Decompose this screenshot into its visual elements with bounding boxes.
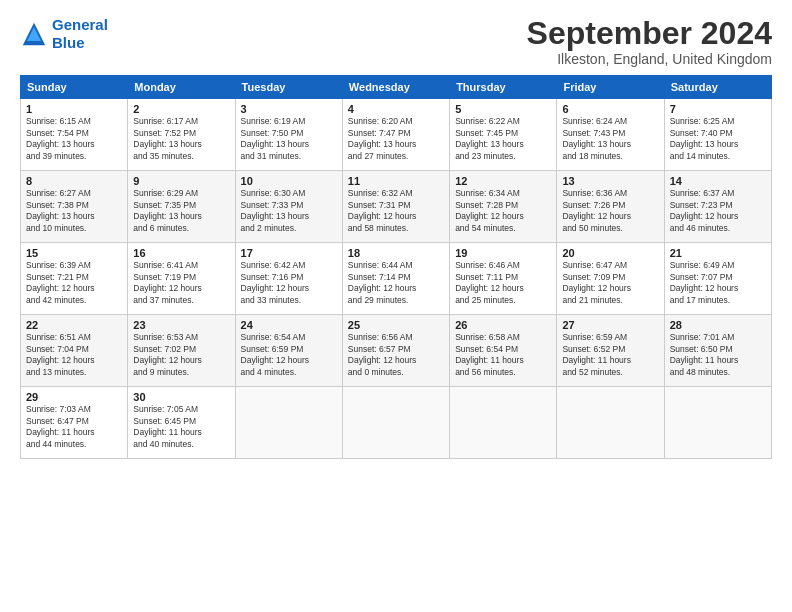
day-info: Sunrise: 6:53 AM Sunset: 7:02 PM Dayligh… bbox=[133, 332, 229, 378]
col-tuesday: Tuesday bbox=[235, 76, 342, 99]
header: General Blue September 2024 Ilkeston, En… bbox=[20, 16, 772, 67]
week-row-5: 29Sunrise: 7:03 AM Sunset: 6:47 PM Dayli… bbox=[21, 387, 772, 459]
table-row: 2Sunrise: 6:17 AM Sunset: 7:52 PM Daylig… bbox=[128, 99, 235, 171]
day-info: Sunrise: 6:20 AM Sunset: 7:47 PM Dayligh… bbox=[348, 116, 444, 162]
day-number: 2 bbox=[133, 103, 229, 115]
table-row: 18Sunrise: 6:44 AM Sunset: 7:14 PM Dayli… bbox=[342, 243, 449, 315]
day-info: Sunrise: 7:05 AM Sunset: 6:45 PM Dayligh… bbox=[133, 404, 229, 450]
col-monday: Monday bbox=[128, 76, 235, 99]
week-row-2: 8Sunrise: 6:27 AM Sunset: 7:38 PM Daylig… bbox=[21, 171, 772, 243]
day-number: 5 bbox=[455, 103, 551, 115]
table-row bbox=[342, 387, 449, 459]
logo-text: General Blue bbox=[52, 16, 108, 52]
day-info: Sunrise: 6:34 AM Sunset: 7:28 PM Dayligh… bbox=[455, 188, 551, 234]
day-number: 30 bbox=[133, 391, 229, 403]
logo-icon bbox=[20, 20, 48, 48]
day-number: 17 bbox=[241, 247, 337, 259]
day-info: Sunrise: 6:24 AM Sunset: 7:43 PM Dayligh… bbox=[562, 116, 658, 162]
table-row: 9Sunrise: 6:29 AM Sunset: 7:35 PM Daylig… bbox=[128, 171, 235, 243]
page: General Blue September 2024 Ilkeston, En… bbox=[0, 0, 792, 612]
day-info: Sunrise: 6:44 AM Sunset: 7:14 PM Dayligh… bbox=[348, 260, 444, 306]
day-number: 24 bbox=[241, 319, 337, 331]
day-info: Sunrise: 6:15 AM Sunset: 7:54 PM Dayligh… bbox=[26, 116, 122, 162]
day-info: Sunrise: 6:39 AM Sunset: 7:21 PM Dayligh… bbox=[26, 260, 122, 306]
table-row: 27Sunrise: 6:59 AM Sunset: 6:52 PM Dayli… bbox=[557, 315, 664, 387]
day-info: Sunrise: 6:58 AM Sunset: 6:54 PM Dayligh… bbox=[455, 332, 551, 378]
table-row: 4Sunrise: 6:20 AM Sunset: 7:47 PM Daylig… bbox=[342, 99, 449, 171]
table-row bbox=[450, 387, 557, 459]
day-number: 7 bbox=[670, 103, 766, 115]
table-row: 24Sunrise: 6:54 AM Sunset: 6:59 PM Dayli… bbox=[235, 315, 342, 387]
table-row: 14Sunrise: 6:37 AM Sunset: 7:23 PM Dayli… bbox=[664, 171, 771, 243]
month-title: September 2024 bbox=[527, 16, 772, 51]
day-info: Sunrise: 6:32 AM Sunset: 7:31 PM Dayligh… bbox=[348, 188, 444, 234]
table-row: 23Sunrise: 6:53 AM Sunset: 7:02 PM Dayli… bbox=[128, 315, 235, 387]
day-info: Sunrise: 6:49 AM Sunset: 7:07 PM Dayligh… bbox=[670, 260, 766, 306]
day-info: Sunrise: 6:47 AM Sunset: 7:09 PM Dayligh… bbox=[562, 260, 658, 306]
day-number: 15 bbox=[26, 247, 122, 259]
table-row: 7Sunrise: 6:25 AM Sunset: 7:40 PM Daylig… bbox=[664, 99, 771, 171]
table-row: 26Sunrise: 6:58 AM Sunset: 6:54 PM Dayli… bbox=[450, 315, 557, 387]
day-number: 3 bbox=[241, 103, 337, 115]
col-saturday: Saturday bbox=[664, 76, 771, 99]
day-number: 6 bbox=[562, 103, 658, 115]
day-info: Sunrise: 6:25 AM Sunset: 7:40 PM Dayligh… bbox=[670, 116, 766, 162]
day-number: 14 bbox=[670, 175, 766, 187]
col-sunday: Sunday bbox=[21, 76, 128, 99]
col-friday: Friday bbox=[557, 76, 664, 99]
table-row: 10Sunrise: 6:30 AM Sunset: 7:33 PM Dayli… bbox=[235, 171, 342, 243]
table-row bbox=[557, 387, 664, 459]
day-info: Sunrise: 6:41 AM Sunset: 7:19 PM Dayligh… bbox=[133, 260, 229, 306]
table-row: 20Sunrise: 6:47 AM Sunset: 7:09 PM Dayli… bbox=[557, 243, 664, 315]
day-info: Sunrise: 6:36 AM Sunset: 7:26 PM Dayligh… bbox=[562, 188, 658, 234]
table-row: 29Sunrise: 7:03 AM Sunset: 6:47 PM Dayli… bbox=[21, 387, 128, 459]
day-info: Sunrise: 6:59 AM Sunset: 6:52 PM Dayligh… bbox=[562, 332, 658, 378]
day-number: 28 bbox=[670, 319, 766, 331]
table-row: 28Sunrise: 7:01 AM Sunset: 6:50 PM Dayli… bbox=[664, 315, 771, 387]
week-row-4: 22Sunrise: 6:51 AM Sunset: 7:04 PM Dayli… bbox=[21, 315, 772, 387]
day-number: 16 bbox=[133, 247, 229, 259]
day-info: Sunrise: 6:37 AM Sunset: 7:23 PM Dayligh… bbox=[670, 188, 766, 234]
day-number: 1 bbox=[26, 103, 122, 115]
day-number: 13 bbox=[562, 175, 658, 187]
day-number: 19 bbox=[455, 247, 551, 259]
week-row-3: 15Sunrise: 6:39 AM Sunset: 7:21 PM Dayli… bbox=[21, 243, 772, 315]
day-info: Sunrise: 6:54 AM Sunset: 6:59 PM Dayligh… bbox=[241, 332, 337, 378]
table-row: 21Sunrise: 6:49 AM Sunset: 7:07 PM Dayli… bbox=[664, 243, 771, 315]
day-number: 12 bbox=[455, 175, 551, 187]
table-row: 5Sunrise: 6:22 AM Sunset: 7:45 PM Daylig… bbox=[450, 99, 557, 171]
table-row: 13Sunrise: 6:36 AM Sunset: 7:26 PM Dayli… bbox=[557, 171, 664, 243]
day-number: 21 bbox=[670, 247, 766, 259]
day-number: 9 bbox=[133, 175, 229, 187]
table-row: 8Sunrise: 6:27 AM Sunset: 7:38 PM Daylig… bbox=[21, 171, 128, 243]
day-info: Sunrise: 7:01 AM Sunset: 6:50 PM Dayligh… bbox=[670, 332, 766, 378]
table-row: 22Sunrise: 6:51 AM Sunset: 7:04 PM Dayli… bbox=[21, 315, 128, 387]
day-number: 22 bbox=[26, 319, 122, 331]
day-number: 27 bbox=[562, 319, 658, 331]
day-number: 29 bbox=[26, 391, 122, 403]
day-number: 4 bbox=[348, 103, 444, 115]
day-info: Sunrise: 6:56 AM Sunset: 6:57 PM Dayligh… bbox=[348, 332, 444, 378]
table-row: 11Sunrise: 6:32 AM Sunset: 7:31 PM Dayli… bbox=[342, 171, 449, 243]
table-row: 1Sunrise: 6:15 AM Sunset: 7:54 PM Daylig… bbox=[21, 99, 128, 171]
day-info: Sunrise: 6:29 AM Sunset: 7:35 PM Dayligh… bbox=[133, 188, 229, 234]
table-row bbox=[235, 387, 342, 459]
day-number: 26 bbox=[455, 319, 551, 331]
col-wednesday: Wednesday bbox=[342, 76, 449, 99]
table-row: 16Sunrise: 6:41 AM Sunset: 7:19 PM Dayli… bbox=[128, 243, 235, 315]
table-row: 25Sunrise: 6:56 AM Sunset: 6:57 PM Dayli… bbox=[342, 315, 449, 387]
day-info: Sunrise: 6:46 AM Sunset: 7:11 PM Dayligh… bbox=[455, 260, 551, 306]
table-row: 3Sunrise: 6:19 AM Sunset: 7:50 PM Daylig… bbox=[235, 99, 342, 171]
week-row-1: 1Sunrise: 6:15 AM Sunset: 7:54 PM Daylig… bbox=[21, 99, 772, 171]
day-info: Sunrise: 6:27 AM Sunset: 7:38 PM Dayligh… bbox=[26, 188, 122, 234]
day-info: Sunrise: 6:51 AM Sunset: 7:04 PM Dayligh… bbox=[26, 332, 122, 378]
day-info: Sunrise: 6:17 AM Sunset: 7:52 PM Dayligh… bbox=[133, 116, 229, 162]
table-row: 19Sunrise: 6:46 AM Sunset: 7:11 PM Dayli… bbox=[450, 243, 557, 315]
location: Ilkeston, England, United Kingdom bbox=[527, 51, 772, 67]
table-row: 15Sunrise: 6:39 AM Sunset: 7:21 PM Dayli… bbox=[21, 243, 128, 315]
day-number: 20 bbox=[562, 247, 658, 259]
table-row: 12Sunrise: 6:34 AM Sunset: 7:28 PM Dayli… bbox=[450, 171, 557, 243]
table-row bbox=[664, 387, 771, 459]
table-row: 30Sunrise: 7:05 AM Sunset: 6:45 PM Dayli… bbox=[128, 387, 235, 459]
day-number: 8 bbox=[26, 175, 122, 187]
